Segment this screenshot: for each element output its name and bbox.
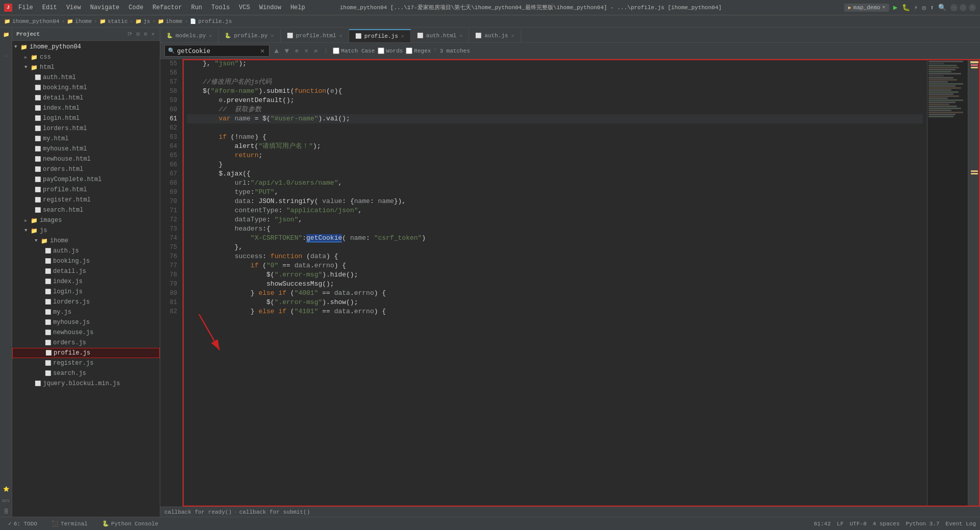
tree-item-paycomplete-html[interactable]: ⬜ payComplete.html: [12, 174, 160, 185]
tree-item-myhouse-js[interactable]: ⬜ myhouse.js: [12, 317, 160, 327]
run-config[interactable]: ▶ map_demo ▼: [844, 4, 889, 12]
menu-help[interactable]: Help: [287, 3, 308, 12]
search-input[interactable]: [177, 47, 259, 55]
python-version[interactable]: Python 3.7: [906, 521, 940, 527]
tree-item-orders-html[interactable]: ⬜ orders.html: [12, 164, 160, 174]
tab-profile-html-close[interactable]: ✕: [339, 33, 342, 39]
tree-item-search-html[interactable]: ⬜ search.html: [12, 205, 160, 215]
structure-icon[interactable]: ⋮: [0, 41, 12, 71]
tree-item-booking-js[interactable]: ⬜ booking.js: [12, 256, 160, 266]
tree-item-booking-html[interactable]: ⬜ booking.html: [12, 83, 160, 93]
tab-profile-html[interactable]: ⬜ profile.html ✕: [281, 29, 349, 42]
event-log[interactable]: Event Log: [946, 521, 976, 527]
words-option[interactable]: Words: [378, 47, 403, 54]
tree-item-css[interactable]: ▶ 📁 css: [12, 52, 160, 62]
match-case-checkbox[interactable]: [333, 47, 339, 54]
search-clear-btn[interactable]: ✕: [259, 46, 266, 55]
breadcrumb-item-4[interactable]: ihome: [166, 18, 183, 24]
panel-collapse-btn[interactable]: ⊟: [135, 30, 141, 38]
menu-code[interactable]: Code: [126, 3, 146, 12]
tree-item-images[interactable]: ▶ 📁 images: [12, 215, 160, 225]
bottom-tab-terminal[interactable]: ⬛ Terminal: [47, 519, 92, 528]
tree-item-auth-js[interactable]: ⬜ auth.js: [12, 246, 160, 256]
tree-item-html-folder[interactable]: ▼ 📁 html: [12, 62, 160, 72]
tree-item-login-js[interactable]: ⬜ login.js: [12, 287, 160, 297]
menu-view[interactable]: View: [63, 3, 84, 12]
code-breadcrumb-callback-submit[interactable]: callback for submit(): [239, 509, 310, 515]
tree-item-profile-js[interactable]: ⬜ profile.js: [12, 348, 160, 358]
tree-item-login-html[interactable]: ⬜ login.html: [12, 113, 160, 123]
tree-item-register-html[interactable]: ⬜ register.html: [12, 195, 160, 205]
line-ending[interactable]: LF: [837, 521, 844, 527]
panel-close-btn[interactable]: ✕: [150, 30, 156, 38]
breadcrumb-item-1[interactable]: ihome: [75, 18, 92, 24]
tab-auth-html[interactable]: ⬜ auth.html ✕: [411, 29, 469, 42]
scv-icon[interactable]: SCV: [1, 495, 11, 506]
project-icon[interactable]: 📁: [1, 30, 11, 40]
menu-refactor[interactable]: Refactor: [150, 3, 185, 12]
menu-edit[interactable]: Edit: [39, 3, 60, 12]
panel-settings-btn[interactable]: ⚙: [143, 30, 149, 38]
bottom-tab-python-console[interactable]: 🐍 Python Console: [98, 519, 162, 528]
tab-auth-js-close[interactable]: ✕: [511, 33, 514, 39]
close-button[interactable]: ✕: [969, 4, 976, 11]
tree-item-lorders-js[interactable]: ⬜ lorders.js: [12, 297, 160, 307]
menu-navigate[interactable]: Navigate: [87, 3, 122, 12]
tree-item-auth-html[interactable]: ⬜ auth.html: [12, 72, 160, 83]
encoding[interactable]: UTF-8: [850, 521, 867, 527]
breadcrumb-item-5[interactable]: profile.js: [198, 18, 232, 24]
tab-auth-html-close[interactable]: ✕: [459, 33, 462, 39]
search-next-btn[interactable]: ▼: [283, 47, 290, 55]
breadcrumb-item-0[interactable]: ihome_python04: [12, 18, 59, 24]
search-prev-btn[interactable]: ▲: [273, 47, 280, 55]
tree-item-my-html[interactable]: ⬜ my.html: [12, 134, 160, 144]
maximize-button[interactable]: □: [960, 4, 967, 11]
tree-item-ihome-folder[interactable]: ▼ 📁 ihome: [12, 236, 160, 246]
breadcrumb-item-3[interactable]: js: [143, 18, 150, 24]
tree-item-profile-html[interactable]: ⬜ profile.html: [12, 185, 160, 195]
breadcrumb-item-2[interactable]: static: [108, 18, 128, 24]
favorites-icon[interactable]: ⭐: [1, 484, 11, 494]
code-content[interactable]: }, "json"); //修改用户名的js代码 $("#form-name")…: [183, 59, 927, 507]
tree-item-lorders-html[interactable]: ⬜ lorders.html: [12, 123, 160, 134]
code-breadcrumb-callback-ready[interactable]: callback for ready(): [164, 509, 232, 515]
search-replace-btn[interactable]: ⇄: [312, 47, 319, 54]
tree-item-search-js[interactable]: ⬜ search.js: [12, 368, 160, 378]
bottom-tab-todo[interactable]: ✓ 6: TODO: [4, 519, 41, 528]
database-icon[interactable]: 🗄: [1, 507, 11, 517]
tree-item-register-js[interactable]: ⬜ register.js: [12, 358, 160, 368]
tab-profile-py-close[interactable]: ✕: [271, 33, 274, 39]
tab-auth-js[interactable]: ⬜ auth.js ✕: [469, 29, 521, 42]
tab-profile-js[interactable]: ⬜ profile.js ✕: [349, 29, 411, 42]
match-case-option[interactable]: Match Case: [333, 47, 375, 54]
minimize-button[interactable]: —: [950, 4, 958, 11]
words-checkbox[interactable]: [378, 47, 384, 54]
profile-button[interactable]: ⚡: [914, 4, 918, 12]
menu-vcs[interactable]: VCS: [236, 3, 253, 12]
menu-tools[interactable]: Tools: [208, 3, 233, 12]
search-find-all-btn[interactable]: ⊕: [293, 47, 300, 54]
menu-file[interactable]: File: [15, 3, 36, 12]
tree-item-detail-html[interactable]: ⬜ detail.html: [12, 93, 160, 103]
panel-sync-btn[interactable]: ⟳: [127, 30, 133, 38]
tab-profile-js-close[interactable]: ✕: [401, 33, 404, 39]
tree-item-index-html[interactable]: ⬜ index.html: [12, 103, 160, 113]
tab-models-py[interactable]: 🐍 models.py ✕: [160, 29, 218, 42]
coverage-button[interactable]: ◎: [922, 4, 926, 12]
tree-item-my-js[interactable]: ⬜ my.js: [12, 307, 160, 317]
tree-item-newhouse-js[interactable]: ⬜ newhouse.js: [12, 327, 160, 338]
tab-profile-py[interactable]: 🐍 profile.py ✕: [218, 29, 280, 42]
search-everywhere-button[interactable]: 🔍: [938, 4, 946, 12]
indent[interactable]: 4 spaces: [873, 521, 900, 527]
tree-root[interactable]: ▼ 📁 ihome_python04: [12, 42, 160, 52]
tree-item-js-folder[interactable]: ▼ 📁 js: [12, 225, 160, 236]
menu-run[interactable]: Run: [188, 3, 205, 12]
tree-item-myhouse-html[interactable]: ⬜ myhouse.html: [12, 144, 160, 154]
debug-button[interactable]: 🐛: [902, 4, 910, 12]
regex-checkbox[interactable]: [406, 47, 412, 54]
tree-item-index-js[interactable]: ⬜ index.js: [12, 276, 160, 287]
tree-item-detail-js[interactable]: ⬜ detail.js: [12, 266, 160, 276]
run-button[interactable]: ▶: [893, 3, 897, 12]
menu-window[interactable]: Window: [256, 3, 284, 12]
tab-models-py-close[interactable]: ✕: [209, 33, 212, 39]
